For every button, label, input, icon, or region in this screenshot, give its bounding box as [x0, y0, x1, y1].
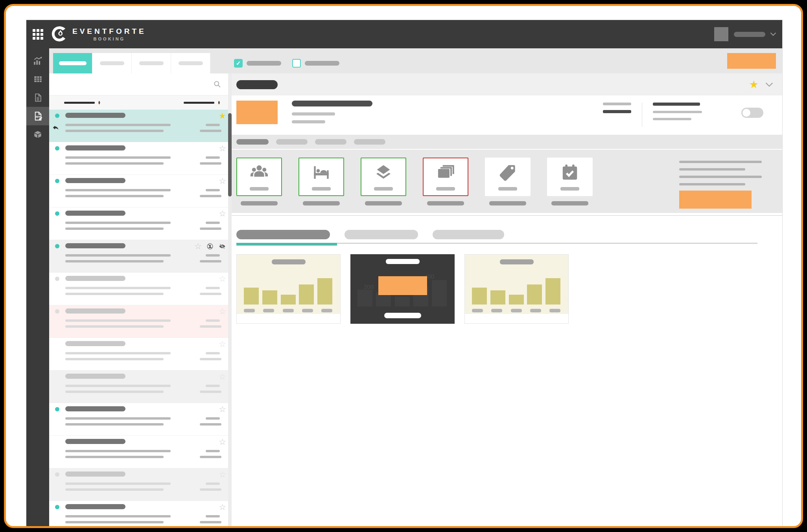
list-item[interactable]: ☆ — [49, 436, 232, 468]
resource-card-button[interactable] — [485, 158, 531, 196]
list-item[interactable]: ☆ — [49, 240, 232, 273]
star-outline-icon[interactable]: ☆ — [219, 144, 226, 153]
user-hidden-icon[interactable] — [206, 243, 214, 250]
list-item[interactable]: ★ — [49, 110, 232, 142]
star-outline-icon[interactable]: ☆ — [219, 437, 226, 447]
list-item[interactable]: ☆ — [49, 468, 232, 501]
reply-icon — [52, 125, 59, 132]
detail-thumbnail[interactable] — [236, 101, 278, 124]
list-item[interactable]: ☆ — [49, 142, 232, 175]
search-icon[interactable] — [213, 80, 221, 88]
chart-thumbnail-2-hover[interactable]: 400 200 $ — [350, 254, 455, 324]
favorite-star-icon[interactable]: ★ — [749, 80, 759, 89]
nav-item-inventory[interactable] — [26, 125, 49, 144]
nav-item-documents[interactable] — [26, 88, 49, 107]
star-outline-icon[interactable]: ☆ — [219, 470, 226, 479]
tabs — [53, 53, 210, 73]
text-line-placeholder — [679, 161, 762, 163]
chevron-down-icon[interactable] — [770, 32, 776, 36]
tab-1-active[interactable] — [53, 53, 92, 73]
list-item[interactable]: ☆ — [49, 273, 232, 305]
list-item[interactable]: ☆ — [49, 207, 232, 240]
user-menu[interactable] — [714, 27, 776, 41]
resource-card-button[interactable] — [423, 158, 468, 196]
chart-tab-3[interactable] — [433, 230, 504, 239]
band-action-button[interactable] — [679, 191, 752, 209]
avatar[interactable] — [714, 27, 728, 41]
scrollbar-thumb[interactable] — [228, 113, 232, 196]
star-outline-icon[interactable]: ☆ — [219, 372, 226, 382]
chart-thumbnail-1[interactable] — [236, 254, 341, 324]
star-outline-icon[interactable]: ☆ — [219, 405, 226, 414]
list-item[interactable]: ☆ — [49, 305, 232, 338]
item-meta-placeholder — [200, 358, 221, 360]
item-icons: ☆ — [219, 503, 226, 512]
tab-4[interactable] — [171, 53, 210, 73]
chart-title-placeholder — [272, 259, 306, 264]
axis-tick-placeholders — [244, 309, 332, 312]
checkbox-unchecked-icon[interactable] — [292, 59, 301, 68]
chart-tab-1-active[interactable] — [236, 230, 330, 239]
tab-3[interactable] — [132, 53, 171, 73]
subnav-item-4[interactable] — [354, 139, 385, 145]
bar — [527, 284, 542, 305]
primary-action-button[interactable] — [727, 53, 776, 69]
card-label-placeholder — [241, 201, 278, 205]
eye-hidden-icon[interactable] — [218, 243, 226, 250]
chart-tabs — [236, 230, 757, 246]
star-outline-icon[interactable]: ☆ — [219, 176, 226, 186]
subnav-item-2[interactable] — [276, 139, 308, 145]
star-outline-icon[interactable]: ☆ — [219, 274, 226, 284]
nav-item-analytics[interactable] — [26, 51, 49, 70]
bar — [545, 278, 560, 305]
subnav-item-1-active[interactable] — [236, 139, 269, 145]
toggle-switch[interactable] — [741, 108, 763, 118]
package-box-icon — [33, 130, 43, 140]
list-item[interactable]: ☆ — [49, 175, 232, 207]
item-meta-placeholder — [206, 287, 220, 289]
card-value-placeholder — [374, 187, 393, 191]
sort-column-1[interactable]: ▴▾ — [64, 101, 100, 105]
card-value-placeholder — [498, 187, 517, 191]
favorite-star-icon[interactable]: ★ — [219, 111, 226, 121]
chart-tab-2[interactable] — [345, 230, 418, 239]
star-outline-icon[interactable]: ☆ — [194, 242, 202, 251]
bed-icon — [311, 162, 332, 183]
chart-thumbnail-3[interactable] — [464, 254, 569, 324]
star-outline-icon[interactable]: ☆ — [219, 307, 226, 316]
resource-card-button[interactable] — [361, 158, 406, 196]
detail-header: ★ — [232, 73, 782, 95]
detail-title-placeholder — [236, 80, 278, 89]
checkbox-checked-icon[interactable]: ✓ — [234, 59, 243, 68]
tab-2[interactable] — [92, 53, 132, 73]
search-input[interactable] — [49, 81, 213, 88]
list-scrollbar — [228, 73, 232, 526]
item-icons: ☆ — [219, 372, 226, 382]
nav-item-rfp[interactable]: RFP — [26, 107, 49, 125]
resource-card-button[interactable] — [547, 158, 593, 196]
resource-card-button[interactable] — [236, 158, 282, 196]
subnav-item-3[interactable] — [315, 139, 346, 145]
sort-column-2[interactable]: ▴▾ — [184, 101, 220, 105]
item-text-placeholder — [65, 227, 164, 230]
list-item[interactable]: ☆ — [49, 501, 232, 526]
nav-item-tables[interactable] — [26, 70, 49, 88]
list-item[interactable]: ☆ — [49, 338, 232, 371]
sort-arrows-icon: ▴▾ — [98, 101, 100, 105]
item-text-placeholder — [65, 417, 171, 420]
resource-card-rooms — [298, 158, 344, 209]
status-dot — [55, 179, 59, 183]
collapse-chevron-icon[interactable] — [765, 82, 774, 87]
star-outline-icon[interactable]: ☆ — [219, 209, 226, 218]
resource-card-button[interactable] — [298, 158, 344, 196]
thumbnail-action-button[interactable] — [378, 276, 427, 295]
star-outline-icon[interactable]: ☆ — [219, 339, 226, 349]
list-item[interactable]: ☆ — [49, 371, 232, 403]
app-grid-icon[interactable] — [33, 29, 43, 40]
star-outline-icon[interactable]: ☆ — [219, 503, 226, 512]
card-label-placeholder — [365, 201, 402, 205]
list-item[interactable]: ☆ — [49, 403, 232, 436]
item-text-placeholder — [65, 254, 171, 257]
item-icons: ☆ — [219, 176, 226, 186]
sort-arrows-icon: ▴▾ — [218, 101, 220, 105]
